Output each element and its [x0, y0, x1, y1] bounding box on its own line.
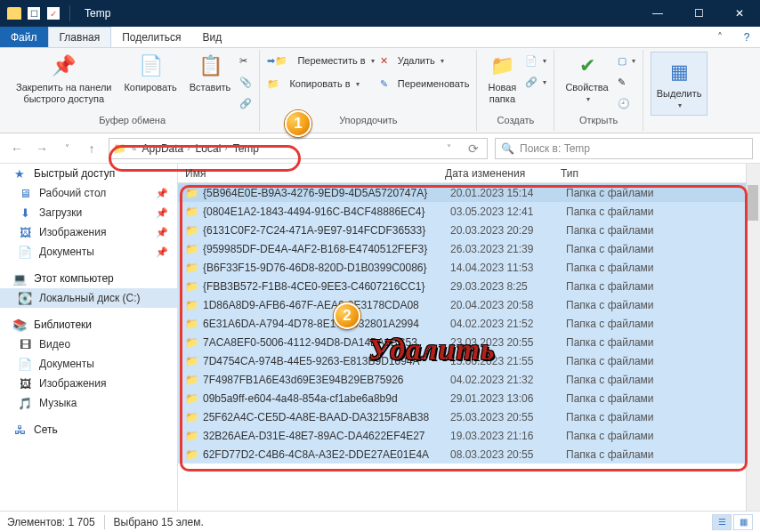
- nav-back-button[interactable]: ←: [7, 139, 27, 158]
- col-type[interactable]: Тип: [561, 167, 760, 180]
- rename-button[interactable]: ✎ Переименовать: [380, 75, 470, 93]
- col-name[interactable]: Имя: [178, 167, 445, 180]
- qat-check-icon[interactable]: ✓: [46, 6, 61, 20]
- sidebar-item-music[interactable]: 🎵Музыка: [0, 393, 177, 413]
- select-button[interactable]: ▦ Выделить ▾: [651, 52, 708, 116]
- view-details-button[interactable]: ☰: [712, 514, 732, 530]
- address-bar-row: ← → ˅ ↑ 📁 « AppData› Local› Temp ˅ ⟳ 🔍 П…: [0, 133, 760, 164]
- table-row[interactable]: 📁{FBB3B572-F1B8-4CE0-9EE3-C4607216CC1}29…: [178, 277, 760, 295]
- pictures-icon: 🖼: [18, 225, 32, 239]
- folder-icon: 📁: [183, 392, 199, 405]
- sidebar-quick-access[interactable]: ★Быстрый доступ: [0, 164, 177, 183]
- edit-button[interactable]: ✎: [618, 73, 635, 91]
- move-icon: ➡📁: [267, 55, 287, 67]
- maximize-button[interactable]: ☐: [678, 0, 719, 27]
- breadcrumb[interactable]: Temp: [233, 142, 259, 155]
- sidebar-item-videos[interactable]: 🎞Видео: [0, 335, 177, 354]
- table-row[interactable]: 📁1D86A8D9-AFB6-467F-AEA6-2E3178CDA0820.0…: [178, 295, 760, 314]
- group-clipboard-label: Буфер обмена: [12, 115, 252, 129]
- file-type: Папка с файлами: [566, 206, 760, 218]
- copy-to-icon: 📁: [267, 78, 279, 90]
- table-row[interactable]: 📁09b5a9ff-e604-4a48-854a-cf1abe6a8b9d29.…: [178, 389, 760, 407]
- search-input[interactable]: 🔍 Поиск в: Temp: [495, 138, 753, 159]
- new-folder-icon: 📁: [488, 52, 516, 80]
- tab-view[interactable]: Вид: [191, 27, 232, 47]
- sidebar-item-downloads[interactable]: ⬇Загрузки📌: [0, 203, 177, 222]
- table-row[interactable]: 📁{0804E1A2-1843-4494-916C-B4CF48886EC4}0…: [178, 202, 760, 221]
- table-row[interactable]: 📁{6131C0F2-7C24-471A-9E97-914FCDF36533}2…: [178, 221, 760, 239]
- pin-icon: 📌: [156, 188, 168, 199]
- table-row[interactable]: 📁6E31A6DA-A794-4D78-8E17-A032801A299404.…: [178, 314, 760, 333]
- sidebar-item-pictures[interactable]: 🖼Изображения📌: [0, 222, 177, 242]
- documents-icon: 📄: [18, 245, 32, 259]
- qat-save-icon[interactable]: ☐: [27, 6, 41, 20]
- col-date[interactable]: Дата изменения: [445, 167, 561, 180]
- ribbon-collapse-button[interactable]: ˄: [707, 27, 733, 47]
- delete-button[interactable]: ✕ Удалить▾: [380, 52, 470, 69]
- pin-quick-access-button[interactable]: 📌 Закрепить на панели быстрого доступа: [12, 52, 115, 104]
- cut-icon: ✂: [239, 55, 247, 67]
- downloads-icon: ⬇: [18, 206, 32, 220]
- properties-button[interactable]: ✔ Свойства ▾: [562, 52, 611, 103]
- table-row[interactable]: 📁7F4987FB1A6E43d69E3E94B29EB7592604.02.2…: [178, 370, 760, 389]
- sidebar-item-documents[interactable]: 📄Документы📌: [0, 242, 177, 262]
- help-button[interactable]: ?: [733, 27, 760, 47]
- tab-main[interactable]: Главная: [48, 27, 112, 47]
- folder-icon: 📁: [113, 142, 126, 155]
- minimize-button[interactable]: —: [637, 0, 678, 27]
- network-icon: 🖧: [12, 423, 27, 437]
- open-button[interactable]: ▢▾: [618, 52, 635, 69]
- refresh-button[interactable]: ⟳: [464, 139, 483, 158]
- column-headers[interactable]: Имя Дата изменения Тип: [178, 164, 760, 183]
- nav-forward-button[interactable]: →: [32, 139, 52, 158]
- chevron-down-icon: ▾: [586, 95, 590, 103]
- search-placeholder: Поиск в: Temp: [520, 142, 590, 155]
- address-bar[interactable]: 📁 « AppData› Local› Temp ˅ ⟳: [109, 138, 488, 159]
- menu-bar: Файл Главная Поделиться Вид ˄ ?: [0, 27, 760, 48]
- sidebar-item-documents-lib[interactable]: 📄Документы: [0, 354, 177, 374]
- new-folder-button[interactable]: 📁 Новая папка: [484, 52, 520, 104]
- history-button[interactable]: 🕘: [618, 94, 635, 112]
- table-row[interactable]: 📁{B6F33F15-9D76-46D8-820D-D1B0399C0086}1…: [178, 258, 760, 277]
- table-row[interactable]: 📁25F62A4C-CE5D-4A8E-BAAD-DA3215F8AB3825.…: [178, 407, 760, 426]
- move-to-button[interactable]: ➡📁 Переместить в▾: [267, 52, 374, 69]
- copy-button[interactable]: 📄 Копировать: [120, 52, 180, 93]
- sidebar-libraries[interactable]: 📚Библиотеки: [0, 315, 177, 335]
- paste-shortcut-button[interactable]: 🔗: [239, 94, 252, 112]
- folder-icon: 📁: [183, 336, 199, 349]
- copy-to-button[interactable]: 📁 Копировать в▾: [267, 75, 374, 93]
- group-open-label: Открыть: [562, 115, 635, 129]
- copy-path-button[interactable]: 📎: [239, 73, 252, 91]
- tab-share[interactable]: Поделиться: [111, 27, 191, 47]
- chevron-down-icon: ▾: [356, 80, 360, 88]
- file-name: 6E31A6DA-A794-4D78-8E17-A032801A2994: [199, 318, 450, 330]
- close-button[interactable]: ✕: [719, 0, 760, 27]
- nav-up-button[interactable]: ↑: [82, 139, 101, 158]
- vertical-scrollbar[interactable]: [746, 164, 760, 511]
- breadcrumb[interactable]: Local›: [196, 142, 230, 155]
- addr-dropdown-button[interactable]: ˅: [439, 139, 458, 158]
- sidebar-item-local-disk-c[interactable]: 💽Локальный диск (C:): [0, 288, 177, 308]
- folder-icon: 📁: [183, 411, 199, 423]
- sidebar-item-pictures-lib[interactable]: 🖼Изображения: [0, 374, 177, 393]
- sidebar-this-pc[interactable]: 💻Этот компьютер: [0, 269, 177, 288]
- table-row[interactable]: 📁{959985DF-DE4A-4AF2-B168-E4740512FEF3}2…: [178, 239, 760, 258]
- edit-icon: ✎: [618, 77, 626, 88]
- scrollbar-thumb[interactable]: [748, 185, 758, 221]
- view-large-icons-button[interactable]: ▦: [733, 514, 753, 530]
- paste-button[interactable]: 📋 Вставить: [186, 52, 235, 93]
- table-row[interactable]: 📁{5B964E0E-B9A3-4276-9ED9-4D5A5720747A}2…: [178, 183, 760, 202]
- folder-icon: 📁: [183, 224, 199, 237]
- breadcrumb[interactable]: AppData›: [142, 142, 192, 155]
- easy-access-button[interactable]: 🔗▾: [525, 73, 546, 91]
- select-icon: ▦: [665, 58, 693, 86]
- sidebar-network[interactable]: 🖧Сеть: [0, 420, 177, 439]
- nav-recent-button[interactable]: ˅: [57, 139, 77, 158]
- new-item-button[interactable]: 📄▾: [525, 52, 546, 69]
- tab-file[interactable]: Файл: [0, 27, 48, 47]
- table-row[interactable]: 📁32B26AEA-D31E-48E7-89AC-DA4622EF4E2719.…: [178, 426, 760, 445]
- sidebar-item-desktop[interactable]: 🖥Рабочий стол📌: [0, 183, 177, 203]
- table-row[interactable]: 📁62FD77D2-C4B6-4C8A-A3E2-DDE27AE01E4A08.…: [178, 445, 760, 463]
- rename-icon: ✎: [380, 78, 388, 90]
- cut-button[interactable]: ✂: [239, 52, 252, 69]
